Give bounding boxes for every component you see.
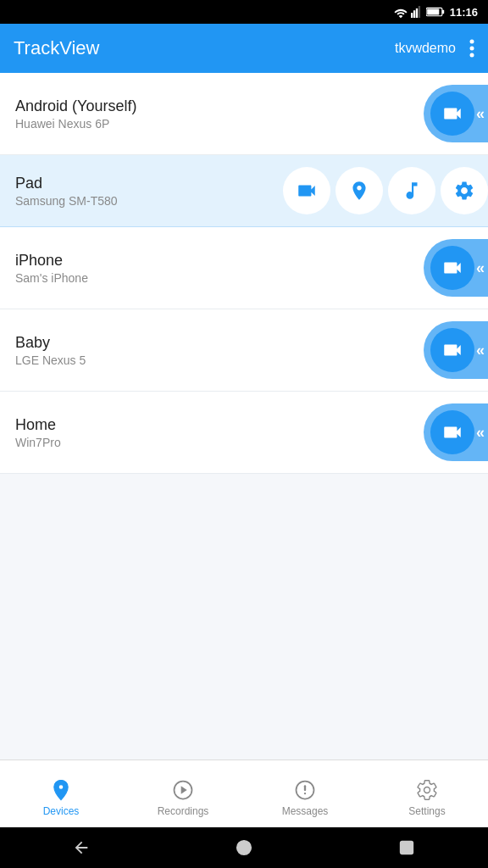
svg-point-16 — [237, 841, 252, 855]
device-model: LGE Nexus 5 — [15, 353, 424, 367]
device-item[interactable]: Home Win7Pro « — [0, 392, 488, 474]
camera-pill[interactable]: « — [424, 403, 488, 461]
svg-rect-3 — [419, 6, 420, 18]
camera-icon — [441, 339, 463, 361]
gear-icon — [453, 180, 475, 202]
settings-action-button[interactable] — [441, 167, 488, 214]
audio-icon — [401, 180, 423, 202]
nav-item-messages[interactable]: Messages — [244, 771, 366, 817]
device-info: Pad Samsung SM-T580 — [15, 175, 283, 208]
battery-icon — [426, 7, 445, 17]
device-model: Huawei Nexus 6P — [15, 117, 424, 131]
device-item[interactable]: Android (Yourself) Huawei Nexus 6P « — [0, 73, 488, 155]
nav-label-devices: Devices — [43, 805, 80, 817]
camera-pill[interactable]: « — [424, 239, 488, 297]
nav-label-settings: Settings — [408, 805, 445, 817]
device-info: Android (Yourself) Huawei Nexus 6P — [15, 97, 424, 131]
device-item[interactable]: Baby LGE Nexus 5 « — [0, 309, 488, 392]
nav-label-recordings: Recordings — [158, 805, 209, 817]
android-recents-button[interactable] — [397, 838, 416, 857]
svg-point-9 — [470, 53, 474, 58]
device-model: Win7Pro — [15, 436, 424, 449]
app-user: tkvwdemo — [395, 41, 456, 56]
settings-nav-icon — [415, 778, 439, 802]
signal-icon — [411, 6, 423, 18]
device-name: Baby — [15, 334, 424, 352]
time-display: 11:16 — [450, 6, 478, 19]
device-name: Android (Yourself) — [15, 97, 424, 115]
wifi-icon — [394, 6, 408, 18]
status-icons — [394, 6, 445, 18]
chevron-icon: « — [476, 259, 485, 277]
android-home-button[interactable] — [235, 838, 253, 857]
chevron-icon: « — [476, 342, 485, 359]
camera-button[interactable] — [430, 328, 474, 372]
device-item-expanded[interactable]: Pad Samsung SM-T580 — [0, 155, 488, 227]
svg-rect-0 — [411, 13, 413, 18]
menu-button[interactable] — [469, 38, 474, 58]
nav-item-recordings[interactable]: Recordings — [122, 771, 244, 817]
nav-item-settings[interactable]: Settings — [366, 771, 488, 817]
devices-nav-icon — [49, 778, 73, 802]
camera-icon — [441, 257, 463, 279]
device-model: Samsung SM-T580 — [15, 194, 283, 208]
location-action-button[interactable] — [336, 167, 383, 214]
svg-rect-17 — [401, 842, 413, 854]
location-icon — [348, 180, 370, 202]
svg-rect-2 — [416, 8, 418, 18]
camera-button[interactable] — [430, 92, 474, 136]
android-back-button[interactable] — [72, 838, 91, 857]
svg-point-15 — [424, 787, 430, 793]
device-info: Baby LGE Nexus 5 — [15, 334, 424, 367]
device-list: Android (Yourself) Huawei Nexus 6P « Pad… — [0, 73, 488, 760]
camera-button[interactable] — [430, 246, 474, 290]
camera-icon — [441, 103, 463, 125]
camera-pill[interactable]: « — [424, 321, 488, 379]
camera-icon — [441, 421, 463, 443]
nav-item-devices[interactable]: Devices — [0, 771, 122, 817]
device-info: iPhone Sam's iPhone — [15, 252, 424, 285]
svg-marker-11 — [181, 786, 187, 793]
svg-point-14 — [304, 792, 306, 793]
camera-icon — [296, 180, 318, 202]
app-bar: TrackView tkvwdemo — [0, 24, 488, 73]
status-bar: 11:16 — [0, 0, 488, 24]
camera-action-button[interactable] — [283, 167, 330, 214]
svg-rect-5 — [442, 10, 444, 14]
audio-action-button[interactable] — [388, 167, 435, 214]
recordings-nav-icon — [171, 778, 195, 802]
device-info: Home Win7Pro — [15, 416, 424, 449]
device-name: Pad — [15, 175, 283, 192]
svg-rect-1 — [413, 10, 415, 18]
chevron-icon: « — [476, 105, 485, 123]
device-item[interactable]: iPhone Sam's iPhone « — [0, 227, 488, 309]
device-name: Home — [15, 416, 424, 434]
messages-nav-icon — [293, 778, 317, 802]
svg-rect-6 — [427, 8, 439, 14]
app-title: TrackView — [14, 37, 395, 59]
device-actions — [283, 167, 488, 214]
chevron-icon: « — [476, 424, 485, 442]
android-nav-bar — [0, 827, 488, 868]
camera-pill[interactable]: « — [424, 85, 488, 142]
device-model: Sam's iPhone — [15, 271, 424, 285]
device-name: iPhone — [15, 252, 424, 270]
svg-point-7 — [470, 40, 474, 44]
camera-button[interactable] — [430, 410, 474, 454]
nav-label-messages: Messages — [282, 805, 329, 817]
svg-point-8 — [470, 47, 474, 51]
bottom-nav: Devices Recordings Messages Settings — [0, 760, 488, 827]
